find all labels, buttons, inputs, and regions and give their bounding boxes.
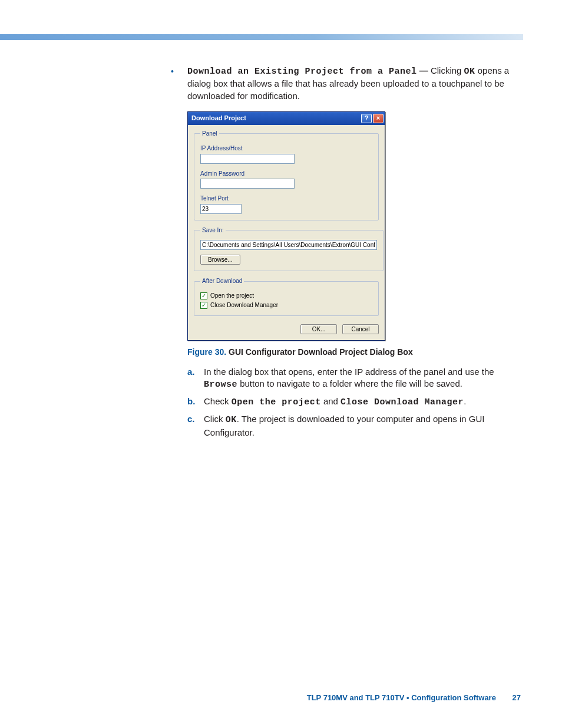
page-number: 27 xyxy=(513,693,521,702)
step-b-m1: Open the project xyxy=(232,397,321,407)
intro-title: Download an Existing Project from a Pane… xyxy=(187,67,417,77)
footer-text: TLP 710MV and TLP 710TV • Configuration … xyxy=(307,693,496,702)
step-c-label: c. xyxy=(187,413,204,439)
main-content: • Download an Existing Project from a Pa… xyxy=(171,65,513,443)
save-path-input[interactable] xyxy=(200,240,377,250)
step-b-t1: Check xyxy=(204,396,232,406)
dialog-body: Panel IP Address/Host Admin Password Tel… xyxy=(188,125,385,340)
admin-password-label: Admin Password xyxy=(200,170,372,178)
dialog-titlebar[interactable]: Download Project ? × xyxy=(188,112,385,125)
intro-dash: — xyxy=(417,65,431,75)
admin-password-input[interactable] xyxy=(200,179,295,189)
step-a-t1: In the dialog box that opens, enter the … xyxy=(204,367,494,377)
figure-number: Figure 30. xyxy=(187,347,226,357)
cancel-button[interactable]: Cancel xyxy=(342,324,379,334)
ok-button[interactable]: OK... xyxy=(300,324,337,334)
step-b-m2: Close Download Manager xyxy=(340,397,464,407)
step-b-t2: and xyxy=(321,396,340,406)
figure-caption: Figure 30. GUI Configurator Download Pro… xyxy=(187,347,513,358)
panel-legend: Panel xyxy=(200,130,219,138)
close-icon[interactable]: × xyxy=(373,114,384,123)
help-icon[interactable]: ? xyxy=(361,114,372,123)
download-project-dialog: Download Project ? × Panel IP Address/Ho… xyxy=(187,111,385,341)
browse-button[interactable]: Browse... xyxy=(200,255,240,265)
step-a: a. In the dialog box that opens, enter t… xyxy=(187,366,513,391)
steps-list: a. In the dialog box that opens, enter t… xyxy=(187,366,513,439)
close-manager-row: ✓ Close Download Manager xyxy=(200,301,372,309)
telnet-port-label: Telnet Port xyxy=(200,195,372,203)
step-a-t2: button to navigate to a folder where the… xyxy=(237,378,462,388)
step-b: b. Check Open the project and Close Down… xyxy=(187,396,513,409)
step-b-body: Check Open the project and Close Downloa… xyxy=(204,396,513,409)
step-c-t2: . The project is downloaded to your comp… xyxy=(204,414,485,437)
step-a-browse: Browse xyxy=(204,380,237,390)
page-footer: TLP 710MV and TLP 710TV • Configuration … xyxy=(307,693,521,702)
telnet-port-input[interactable] xyxy=(200,204,242,214)
ip-label: IP Address/Host xyxy=(200,144,372,153)
intro-bullet: • Download an Existing Project from a Pa… xyxy=(171,65,513,102)
close-manager-label: Close Download Manager xyxy=(210,301,278,309)
panel-fieldset: Panel IP Address/Host Admin Password Tel… xyxy=(194,130,379,220)
open-project-row: ✓ Open the project xyxy=(200,292,372,300)
dialog-buttons: OK... Cancel xyxy=(194,322,379,334)
ip-address-input[interactable] xyxy=(200,154,295,164)
figure-text: GUI Configurator Download Project Dialog… xyxy=(229,347,413,357)
close-manager-checkbox[interactable]: ✓ xyxy=(200,302,207,309)
step-c-ok: OK xyxy=(226,415,237,425)
dialog-title: Download Project xyxy=(191,114,246,123)
step-c-t1: Click xyxy=(204,414,226,424)
intro-text: Download an Existing Project from a Pane… xyxy=(187,65,513,102)
step-c-body: Click OK. The project is downloaded to y… xyxy=(204,413,513,439)
step-b-label: b. xyxy=(187,396,204,409)
after-download-fieldset: After Download ✓ Open the project ✓ Clos… xyxy=(194,277,379,316)
open-project-label: Open the project xyxy=(210,292,254,300)
intro-pre: Clicking xyxy=(431,65,464,75)
bullet-icon: • xyxy=(171,65,187,102)
save-in-fieldset: Save In: Browse... xyxy=(194,226,384,272)
step-c: c. Click OK. The project is downloaded t… xyxy=(187,413,513,439)
intro-ok: OK xyxy=(464,67,475,77)
save-in-legend: Save In: xyxy=(200,226,226,235)
step-a-body: In the dialog box that opens, enter the … xyxy=(204,366,513,391)
page-header-bar xyxy=(0,34,523,40)
step-a-label: a. xyxy=(187,366,204,391)
step-b-t3: . xyxy=(464,396,466,406)
after-download-legend: After Download xyxy=(200,277,244,285)
open-project-checkbox[interactable]: ✓ xyxy=(200,292,207,299)
